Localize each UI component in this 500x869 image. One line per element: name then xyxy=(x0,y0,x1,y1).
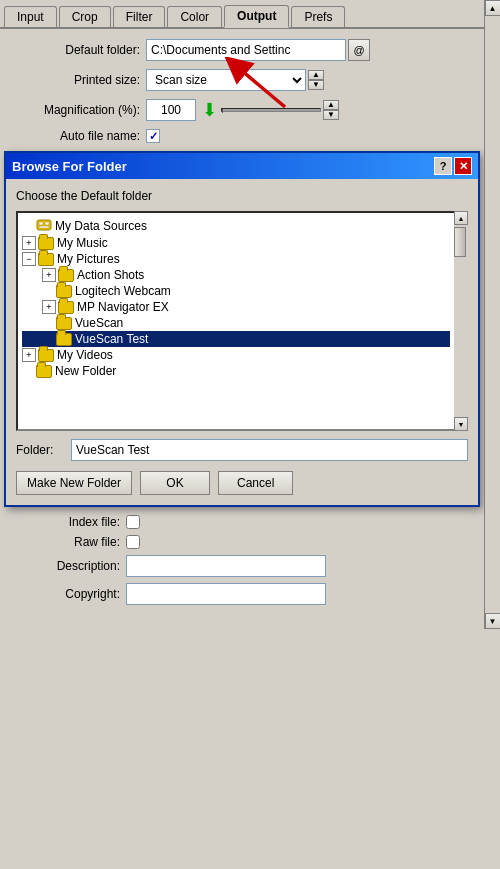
tree-expand-button[interactable]: + xyxy=(22,236,36,250)
tree-item-label: My Data Sources xyxy=(55,219,147,233)
dialog-title: Browse For Folder xyxy=(12,159,127,174)
auto-file-name-checkbox[interactable]: ✓ xyxy=(146,129,160,143)
folder-icon xyxy=(56,317,72,330)
folder-icon xyxy=(38,237,54,250)
mag-spinner-up[interactable]: ▲ xyxy=(323,100,339,110)
copyright-row: Copyright: xyxy=(20,583,464,605)
folder-input-row: Folder: xyxy=(16,439,468,461)
spinner-up[interactable]: ▲ xyxy=(308,70,324,80)
printed-size-spinner: ▲ ▼ xyxy=(308,70,324,90)
svg-rect-3 xyxy=(39,222,43,225)
folder-icon xyxy=(56,333,72,346)
raw-file-checkbox[interactable] xyxy=(126,535,140,549)
dialog-window: Browse For Folder ? ✕ Choose the Default… xyxy=(4,151,480,507)
outer-scroll-down[interactable]: ▼ xyxy=(485,613,501,629)
main-panel: Default folder: @ Printed size: Scan siz… xyxy=(0,29,484,629)
tree-item-label: MP Navigator EX xyxy=(77,300,169,314)
magnification-input[interactable] xyxy=(146,99,196,121)
dialog-close-button[interactable]: ✕ xyxy=(454,157,472,175)
tree-expand-button[interactable]: + xyxy=(22,348,36,362)
auto-file-name-label: Auto file name: xyxy=(10,129,140,143)
printed-size-label: Printed size: xyxy=(10,73,140,87)
description-label: Description: xyxy=(20,559,120,573)
tree-item-label: New Folder xyxy=(55,364,116,378)
tree-item[interactable]: My Data Sources xyxy=(22,217,450,235)
copyright-label: Copyright: xyxy=(20,587,120,601)
tree-item-label: Logitech Webcam xyxy=(75,284,171,298)
tab-color[interactable]: Color xyxy=(167,6,222,27)
copyright-input[interactable] xyxy=(126,583,326,605)
folder-icon xyxy=(38,349,54,362)
outer-scrollbar: ▲ ▼ xyxy=(484,0,500,629)
tab-output[interactable]: Output xyxy=(224,5,289,28)
folder-icon xyxy=(56,285,72,298)
browse-folder-button[interactable]: @ xyxy=(348,39,370,61)
dialog-title-buttons: ? ✕ xyxy=(434,157,472,175)
raw-file-row: Raw file: xyxy=(20,535,464,549)
cancel-button[interactable]: Cancel xyxy=(218,471,293,495)
svg-rect-5 xyxy=(39,226,49,228)
tab-input[interactable]: Input xyxy=(4,6,57,27)
make-new-folder-button[interactable]: Make New Folder xyxy=(16,471,132,495)
printed-size-row: Printed size: Scan size ▲ ▼ xyxy=(10,69,474,91)
tree-expand-button[interactable]: − xyxy=(22,252,36,266)
dialog-action-buttons: Make New Folder OK Cancel xyxy=(16,471,468,495)
tree-item-label: VueScan Test xyxy=(75,332,148,346)
dialog-help-button[interactable]: ? xyxy=(434,157,452,175)
tree-item[interactable]: +My Videos xyxy=(22,347,450,363)
magnification-slider[interactable] xyxy=(221,108,321,112)
default-folder-row: Default folder: @ xyxy=(10,39,474,61)
tree-item[interactable]: +Action Shots xyxy=(22,267,450,283)
outer-scroll-up[interactable]: ▲ xyxy=(485,0,501,16)
tree-item-label: My Pictures xyxy=(57,252,120,266)
dialog-titlebar: Browse For Folder ? ✕ xyxy=(6,153,478,179)
tree-scrollbar[interactable]: ▲ ▼ xyxy=(454,211,468,431)
default-folder-label: Default folder: xyxy=(10,43,140,57)
default-folder-input[interactable] xyxy=(146,39,346,61)
tree-scroll-thumb[interactable] xyxy=(454,227,466,257)
tree-item-label: My Music xyxy=(57,236,108,250)
ok-button[interactable]: OK xyxy=(140,471,210,495)
printed-size-select[interactable]: Scan size xyxy=(146,69,306,91)
spinner-down[interactable]: ▼ xyxy=(308,80,324,90)
dialog-instruction: Choose the Default folder xyxy=(16,189,468,203)
magnification-slider-area: ⬇ ▲ ▼ xyxy=(202,99,339,121)
description-input[interactable] xyxy=(126,555,326,577)
tree-item[interactable]: New Folder xyxy=(22,363,450,379)
folder-icon xyxy=(58,269,74,282)
mag-spinner-down[interactable]: ▼ xyxy=(323,110,339,120)
folder-input[interactable] xyxy=(71,439,468,461)
magnification-label: Magnification (%): xyxy=(10,103,140,117)
dialog-body: Choose the Default folder My Data Source… xyxy=(6,179,478,505)
folder-input-label: Folder: xyxy=(16,443,71,457)
tree-view-container: My Data Sources+My Music−My Pictures+Act… xyxy=(16,211,468,431)
tree-item-label: VueScan xyxy=(75,316,123,330)
bottom-form: Index file: Raw file: Description: Copyr… xyxy=(10,507,474,619)
tree-item-label: Action Shots xyxy=(77,268,144,282)
folder-icon xyxy=(36,365,52,378)
checkmark-icon: ✓ xyxy=(149,130,158,143)
tab-crop[interactable]: Crop xyxy=(59,6,111,27)
tree-item[interactable]: VueScan Test xyxy=(22,331,450,347)
folder-icon xyxy=(38,253,54,266)
tree-item[interactable]: VueScan xyxy=(22,315,450,331)
tab-filter[interactable]: Filter xyxy=(113,6,166,27)
tree-expand-button[interactable]: + xyxy=(42,300,56,314)
tree-scroll-down-button[interactable]: ▼ xyxy=(454,417,468,431)
svg-rect-4 xyxy=(45,222,49,225)
tree-expand-button[interactable]: + xyxy=(42,268,56,282)
tree-item[interactable]: −My Pictures xyxy=(22,251,450,267)
index-file-row: Index file: xyxy=(20,515,464,529)
tree-scroll-up-button[interactable]: ▲ xyxy=(454,211,468,225)
datasource-icon xyxy=(36,218,52,234)
magnification-spinner: ▲ ▼ xyxy=(323,100,339,120)
index-file-checkbox[interactable] xyxy=(126,515,140,529)
tree-item[interactable]: +My Music xyxy=(22,235,450,251)
main-window: Input Crop Filter Color Output Prefs Def… xyxy=(0,0,500,629)
folder-tree[interactable]: My Data Sources+My Music−My Pictures+Act… xyxy=(16,211,468,431)
magnification-row: Magnification (%): ⬇ ▲ ▼ xyxy=(10,99,474,121)
index-file-label: Index file: xyxy=(20,515,120,529)
tree-item[interactable]: +MP Navigator EX xyxy=(22,299,450,315)
tree-item[interactable]: Logitech Webcam xyxy=(22,283,450,299)
tab-prefs[interactable]: Prefs xyxy=(291,6,345,27)
